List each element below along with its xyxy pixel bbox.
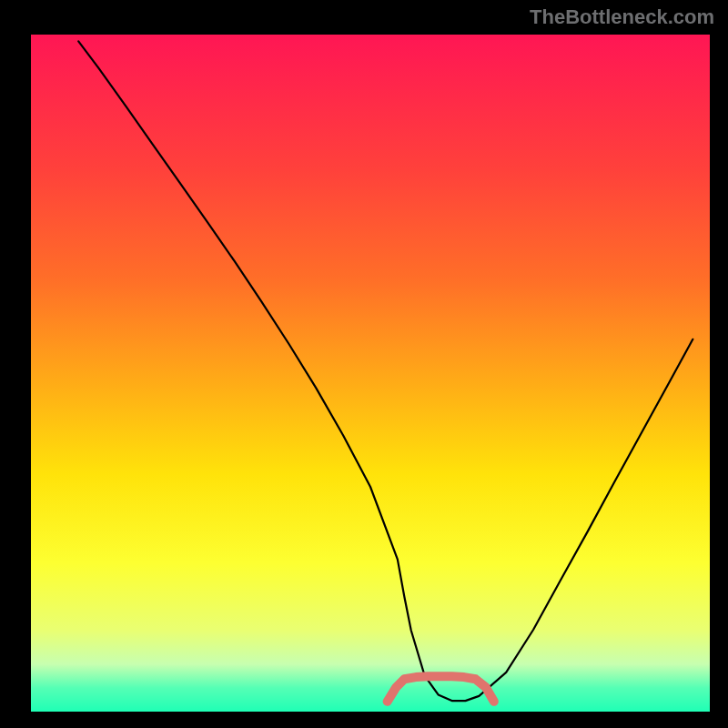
gradient-background: [31, 35, 710, 712]
watermark-svg-text: TheBottleneck.com: [530, 5, 714, 28]
chart-svg: TheBottleneck.com: [0, 0, 728, 728]
frame-mask: [0, 712, 728, 728]
frame-mask: [0, 0, 31, 728]
frame-mask: [710, 0, 728, 728]
bottleneck-chart: TheBottleneck.com TheBottleneck.com: [0, 0, 728, 728]
